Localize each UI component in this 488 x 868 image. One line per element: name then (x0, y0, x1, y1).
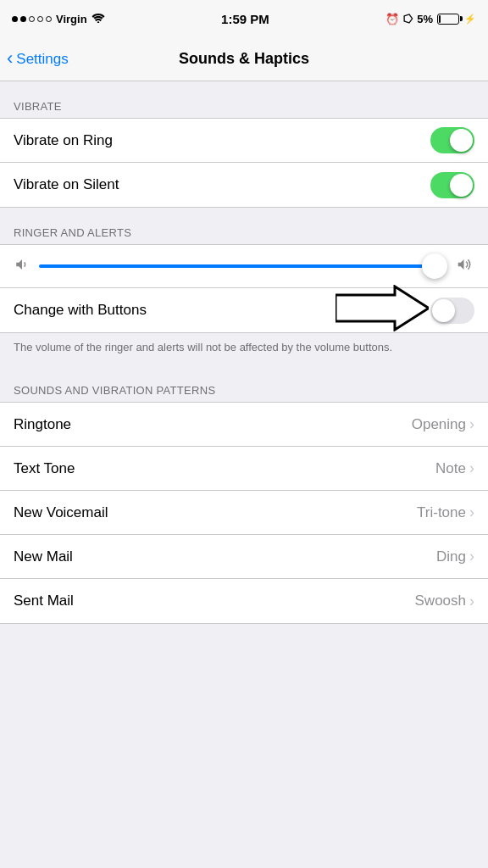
sounds-vibration-header: SOUNDS AND VIBRATION PATTERNS (0, 365, 488, 402)
nav-bar: ‹ Settings Sounds & Haptics (0, 37, 488, 81)
text-tone-label: Text Tone (14, 460, 75, 477)
svg-marker-1 (336, 287, 429, 330)
ringtone-row[interactable]: Ringtone Opening › (0, 403, 488, 447)
new-mail-right: Ding › (436, 548, 474, 565)
toggle-knob-2 (450, 174, 473, 197)
alarm-icon: ⏰ (385, 13, 399, 25)
sounds-vibration-group: Ringtone Opening › Text Tone Note › New … (0, 402, 488, 624)
status-right: ⏰ ⭔ 5% ⚡ (385, 13, 476, 25)
sent-mail-right: Swoosh › (415, 593, 474, 610)
back-button[interactable]: ‹ Settings (7, 51, 69, 68)
dot3 (29, 16, 35, 22)
sent-mail-label: Sent Mail (14, 593, 74, 609)
toggle-knob (450, 129, 473, 152)
dot5 (46, 16, 52, 22)
vibrate-on-ring-label: Vibrate on Ring (14, 132, 113, 149)
dot4 (37, 16, 43, 22)
wifi-icon (92, 13, 105, 25)
battery-fill (439, 15, 441, 23)
new-voicemail-chevron-icon: › (469, 504, 474, 521)
new-voicemail-right: Tri-tone › (417, 504, 474, 521)
page-title: Sounds & Haptics (179, 50, 309, 68)
charging-icon: ⚡ (464, 14, 476, 25)
arrow-annotation (336, 285, 429, 336)
new-voicemail-value: Tri-tone (417, 504, 466, 521)
text-tone-chevron-icon: › (469, 459, 474, 477)
ringer-alerts-header: RINGER AND ALERTS (0, 208, 488, 244)
dot2 (20, 16, 26, 22)
new-mail-label: New Mail (14, 548, 73, 565)
volume-slider-row[interactable] (0, 245, 488, 288)
ringer-alerts-group: Change with Buttons (0, 244, 488, 333)
back-label: Settings (16, 51, 68, 68)
battery-percent: 5% (417, 13, 433, 25)
volume-low-icon (14, 257, 30, 275)
vibrate-group: Vibrate on Ring Vibrate on Silent (0, 118, 488, 208)
carrier-label: Virgin (56, 13, 87, 25)
bluetooth-icon: ⭔ (403, 13, 413, 25)
ringer-description: The volume of the ringer and alerts will… (0, 333, 488, 365)
vibrate-on-silent-label: Vibrate on Silent (14, 176, 119, 193)
volume-slider-track[interactable] (39, 264, 435, 268)
ringtone-right: Opening › (412, 415, 474, 433)
vibrate-section-header: VIBRATE (0, 81, 488, 118)
volume-high-icon (456, 257, 474, 275)
change-with-buttons-toggle[interactable] (430, 298, 474, 324)
ringtone-chevron-icon: › (469, 415, 474, 433)
ringtone-value: Opening (412, 416, 466, 433)
new-voicemail-row[interactable]: New Voicemail Tri-tone › (0, 491, 488, 535)
back-chevron-icon: ‹ (7, 49, 13, 68)
text-tone-right: Note › (435, 459, 474, 477)
vibrate-on-ring-row: Vibrate on Ring (0, 119, 488, 163)
battery-icon (437, 14, 459, 25)
status-time: 1:59 PM (221, 12, 269, 26)
vibrate-on-silent-row: Vibrate on Silent (0, 163, 488, 207)
slider-thumb[interactable] (422, 253, 447, 279)
text-tone-value: Note (435, 460, 466, 477)
svg-point-0 (97, 21, 98, 23)
vibrate-on-ring-toggle[interactable] (430, 127, 474, 153)
toggle-knob-3 (432, 299, 455, 322)
dot1 (12, 16, 18, 22)
signal-dots (12, 16, 52, 22)
vibrate-on-silent-toggle[interactable] (430, 172, 474, 198)
annotation-arrow-svg (336, 285, 429, 331)
text-tone-row[interactable]: Text Tone Note › (0, 447, 488, 491)
ringtone-label: Ringtone (14, 416, 71, 433)
status-bar: Virgin 1:59 PM ⏰ ⭔ 5% ⚡ (0, 0, 488, 37)
new-mail-chevron-icon: › (469, 548, 474, 565)
sent-mail-chevron-icon: › (469, 593, 474, 610)
sent-mail-value: Swoosh (415, 593, 466, 609)
new-mail-value: Ding (436, 548, 466, 565)
sent-mail-row[interactable]: Sent Mail Swoosh › (0, 579, 488, 623)
change-with-buttons-row: Change with Buttons (0, 288, 488, 332)
new-mail-row[interactable]: New Mail Ding › (0, 535, 488, 579)
status-left: Virgin (12, 13, 105, 25)
new-voicemail-label: New Voicemail (14, 504, 108, 521)
